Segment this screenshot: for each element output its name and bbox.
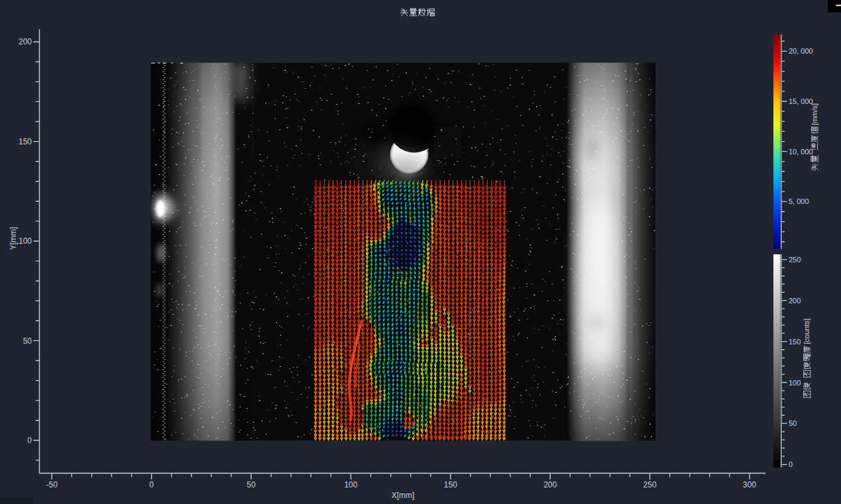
svg-text:50: 50	[789, 419, 797, 427]
svg-text:-50: -50	[46, 480, 58, 489]
svg-text:[counts]: [counts]	[803, 319, 811, 344]
svg-text:300: 300	[743, 480, 756, 489]
svg-text:0: 0	[789, 460, 793, 468]
svg-text:50: 50	[247, 480, 256, 489]
svg-text:150: 150	[789, 338, 801, 346]
svg-text:200: 200	[543, 480, 557, 489]
svg-text:150: 150	[444, 480, 457, 489]
svg-text:15, 000: 15, 000	[789, 97, 813, 105]
svg-text:0: 0	[27, 436, 32, 445]
svg-text:100: 100	[19, 236, 32, 246]
svg-text:250: 250	[644, 480, 657, 489]
svg-text:100: 100	[789, 379, 801, 387]
svg-text:20, 000: 20, 000	[789, 47, 813, 55]
svg-text:50: 50	[23, 336, 32, 346]
svg-text:0: 0	[149, 480, 154, 489]
svg-text:150: 150	[19, 137, 32, 146]
svg-text:[mm/s]: [mm/s]	[811, 103, 818, 125]
svg-text:250: 250	[789, 256, 801, 264]
svg-text:200: 200	[789, 297, 801, 305]
svg-text:10, 000: 10, 000	[789, 148, 813, 156]
svg-text:200: 200	[19, 37, 32, 46]
svg-text:5, 000: 5, 000	[789, 197, 809, 205]
svg-text:Y[mm]: Y[mm]	[9, 227, 18, 250]
svg-text:X[mm]: X[mm]	[392, 491, 415, 500]
svg-text:100: 100	[344, 480, 357, 489]
